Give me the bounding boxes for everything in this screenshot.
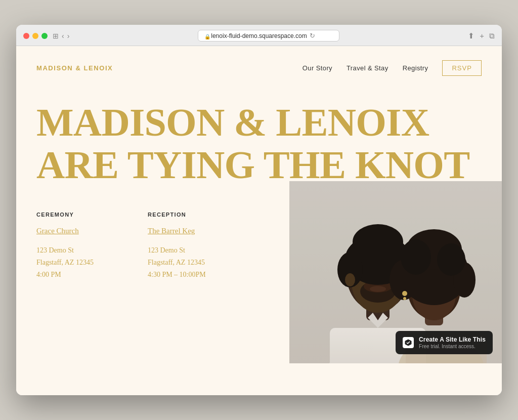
minimize-button[interactable] — [32, 33, 38, 39]
couple-photo: Create A Site Like This Free trial. Inst… — [289, 181, 502, 363]
reception-time: 4:30 PM – 10:00PM — [148, 271, 206, 278]
site-logo: MADISON & LENOIX — [36, 64, 113, 72]
squarespace-badge[interactable]: Create A Site Like This Free trial. Inst… — [396, 331, 493, 354]
lock-icon: 🔒 — [204, 34, 208, 38]
hero-line1: MADISON & LENOIX — [36, 100, 429, 144]
nav-our-story[interactable]: Our Story — [303, 64, 332, 72]
ceremony-venue-link[interactable]: Grace Church — [36, 227, 148, 235]
reload-icon[interactable]: ↻ — [310, 32, 315, 39]
ceremony-address: 123 Demo St Flagstaff, AZ 12345 4:00 PM — [36, 244, 148, 280]
nav-travel-stay[interactable]: Travel & Stay — [347, 64, 388, 72]
browser-chrome: ⊞ ‹ › 🔒 lenoix-fluid-demo.squarespace.co… — [16, 25, 502, 46]
ceremony-heading: CEREMONY — [36, 212, 148, 218]
reception-column: RECEPTION The Barrel Keg 123 Demo St Fla… — [148, 212, 259, 280]
nav-links: Our Story Travel & Stay Registry RSVP — [303, 60, 482, 76]
close-button[interactable] — [23, 33, 29, 39]
reception-address-line2: Flagstaff, AZ 12345 — [148, 259, 205, 266]
new-tab-icon[interactable]: + — [480, 31, 484, 40]
browser-controls: ⊞ ‹ › — [53, 32, 69, 40]
back-icon[interactable]: ‹ — [62, 32, 64, 40]
ss-badge-text: Create A Site Like This Free trial. Inst… — [419, 336, 486, 349]
hero-line2: ARE TYING THE KNOT — [36, 143, 469, 187]
browser-window: ⊞ ‹ › 🔒 lenoix-fluid-demo.squarespace.co… — [16, 25, 502, 395]
address-bar[interactable]: 🔒 lenoix-fluid-demo.squarespace.com ↻ — [198, 30, 339, 41]
reception-address: 123 Demo St Flagstaff, AZ 12345 4:30 PM … — [148, 244, 259, 280]
windows-icon[interactable]: ⧉ — [489, 31, 495, 40]
site-nav: MADISON & LENOIX Our Story Travel & Stay… — [16, 46, 502, 86]
details-section: CEREMONY Grace Church 123 Demo St Flagst… — [16, 186, 502, 301]
rsvp-button[interactable]: RSVP — [442, 60, 482, 76]
fullscreen-button[interactable] — [41, 33, 48, 39]
site-content: MADISON & LENOIX Our Story Travel & Stay… — [16, 46, 502, 395]
ceremony-address-line2: Flagstaff, AZ 12345 — [36, 259, 94, 266]
ceremony-address-line1: 123 Demo St — [36, 246, 74, 254]
url-text: lenoix-fluid-demo.squarespace.com — [211, 32, 307, 39]
reception-venue-link[interactable]: The Barrel Keg — [148, 227, 259, 235]
share-icon[interactable]: ⬆ — [468, 31, 474, 40]
ss-badge-subtitle: Free trial. Instant access. — [419, 344, 486, 349]
squarespace-logo-icon — [403, 337, 414, 348]
traffic-lights — [23, 33, 48, 39]
ss-badge-title: Create A Site Like This — [419, 336, 486, 343]
nav-registry[interactable]: Registry — [403, 64, 428, 72]
address-bar-wrap: 🔒 lenoix-fluid-demo.squarespace.com ↻ — [74, 30, 463, 41]
ceremony-time: 4:00 PM — [36, 271, 61, 278]
reception-heading: RECEPTION — [148, 212, 259, 218]
ceremony-column: CEREMONY Grace Church 123 Demo St Flagst… — [36, 212, 148, 280]
reception-address-line1: 123 Demo St — [148, 246, 185, 254]
forward-icon[interactable]: › — [67, 32, 70, 40]
hero-section: MADISON & LENOIX ARE TYING THE KNOT — [16, 86, 502, 186]
browser-actions: ⬆ + ⧉ — [468, 31, 495, 40]
hero-heading: MADISON & LENOIX ARE TYING THE KNOT — [36, 101, 482, 186]
sidebar-toggle-icon[interactable]: ⊞ — [53, 32, 59, 40]
